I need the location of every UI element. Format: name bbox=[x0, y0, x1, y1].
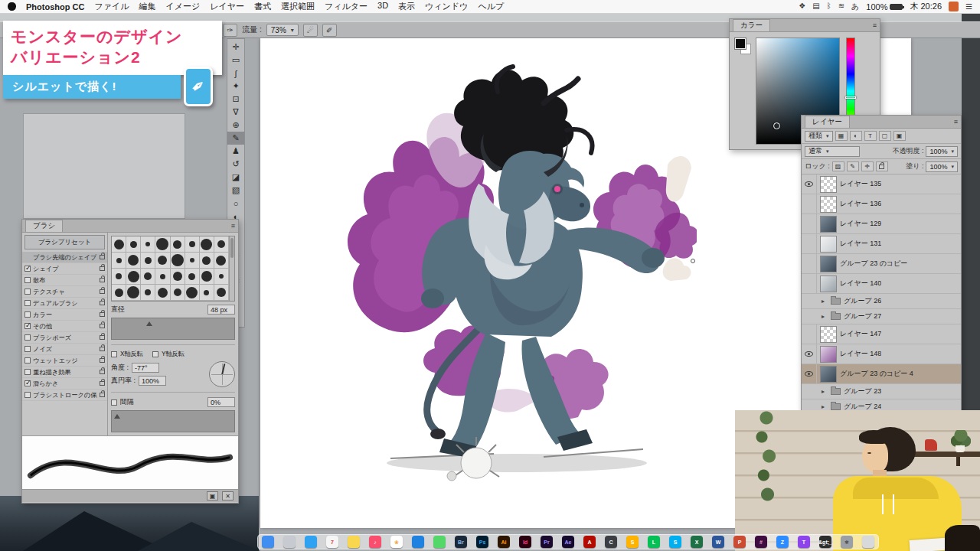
eyedropper-tool[interactable]: ∇ bbox=[227, 106, 244, 119]
color-panel-tab[interactable]: カラー bbox=[733, 19, 770, 31]
terminal[interactable]: &gt;_ bbox=[819, 536, 831, 548]
lock-position-icon[interactable] bbox=[861, 161, 874, 171]
brush-preset[interactable] bbox=[155, 236, 169, 252]
layer-row[interactable]: レイヤー 136 bbox=[802, 194, 961, 214]
brush-preset[interactable] bbox=[171, 285, 185, 300]
lock-icon[interactable] bbox=[100, 347, 105, 351]
roundness-value[interactable]: 100% bbox=[139, 376, 166, 386]
layer-name[interactable]: レイヤー 148 bbox=[840, 349, 881, 359]
group-disclosure-icon[interactable] bbox=[822, 388, 828, 395]
brush-preset[interactable] bbox=[171, 253, 185, 268]
checkbox[interactable] bbox=[24, 289, 31, 295]
spacing-slider[interactable] bbox=[111, 410, 235, 432]
filter-smart-icon[interactable] bbox=[893, 131, 906, 141]
user-avatar[interactable] bbox=[949, 2, 959, 11]
history-brush-tool[interactable]: ↺ bbox=[227, 158, 244, 171]
brush-preset[interactable] bbox=[171, 269, 185, 284]
brush-section-item[interactable]: テクスチャ bbox=[22, 286, 107, 298]
visibility-toggle[interactable] bbox=[802, 294, 817, 308]
brush-section-item[interactable]: その他 bbox=[22, 321, 107, 332]
menubar-clock[interactable]: 木 20:26 bbox=[910, 1, 942, 12]
launchpad[interactable] bbox=[283, 536, 296, 548]
filter-adjustment-icon[interactable] bbox=[850, 131, 862, 141]
group-disclosure-icon[interactable] bbox=[822, 313, 828, 320]
brush-section-item[interactable]: カラー bbox=[22, 309, 107, 321]
filter-pixel-icon[interactable] bbox=[835, 131, 848, 141]
airbrush-icon[interactable]: ☄ bbox=[303, 24, 318, 37]
visibility-toggle[interactable] bbox=[802, 174, 817, 194]
layer-name[interactable]: レイヤー 135 bbox=[840, 179, 881, 189]
layers-panel-tab[interactable]: レイヤー bbox=[805, 116, 850, 128]
extensions-icon[interactable]: ❖ bbox=[799, 2, 805, 12]
brush-preset[interactable] bbox=[200, 285, 214, 300]
brush-section-item[interactable]: ノイズ bbox=[22, 344, 107, 355]
powerpoint[interactable]: P bbox=[733, 536, 746, 548]
layer-name[interactable]: グループ 23 bbox=[844, 386, 881, 396]
layer-row[interactable]: グループ 26 bbox=[802, 294, 961, 309]
layer-row[interactable]: レイヤー 147 bbox=[802, 324, 961, 344]
brush-preset[interactable] bbox=[155, 269, 169, 284]
brush-section-item[interactable]: 散布 bbox=[22, 275, 107, 286]
mail[interactable] bbox=[412, 536, 424, 548]
illustrator[interactable]: Ai bbox=[498, 536, 510, 548]
menu-item[interactable]: 編集 bbox=[139, 1, 155, 12]
visibility-toggle[interactable] bbox=[802, 309, 817, 324]
flip-x-checkbox[interactable] bbox=[111, 351, 117, 357]
brush-preset[interactable] bbox=[171, 236, 185, 252]
menu-item[interactable]: 3D bbox=[377, 1, 388, 12]
lock-transparency-icon[interactable] bbox=[832, 161, 844, 171]
brush-section-item[interactable]: デュアルブラシ bbox=[22, 298, 107, 309]
visibility-toggle[interactable] bbox=[802, 364, 817, 383]
slider-handle[interactable] bbox=[146, 321, 152, 326]
layer-name[interactable]: レイヤー 136 bbox=[840, 199, 881, 209]
brush-preset[interactable] bbox=[112, 236, 126, 252]
visibility-toggle[interactable] bbox=[802, 324, 817, 344]
notification-center-icon[interactable]: ☰ bbox=[965, 2, 972, 11]
checkbox[interactable] bbox=[24, 277, 31, 283]
size-value[interactable]: 48 px bbox=[207, 305, 235, 315]
menu-item[interactable]: ヘルプ bbox=[478, 1, 504, 12]
brush-presets-button[interactable]: ブラシプリセット bbox=[24, 235, 105, 249]
layer-row[interactable]: グループ 23 のコピー bbox=[802, 254, 961, 274]
marquee-tool[interactable]: ▭ bbox=[227, 54, 244, 67]
layer-name[interactable]: グループ 26 bbox=[844, 296, 881, 306]
flip-y-checkbox[interactable] bbox=[152, 351, 158, 357]
brush-preset[interactable] bbox=[200, 236, 214, 252]
magic-wand-tool[interactable]: ✦ bbox=[227, 80, 244, 93]
visibility-toggle[interactable] bbox=[802, 234, 817, 253]
line[interactable]: L bbox=[648, 536, 660, 548]
menu-item[interactable]: 表示 bbox=[398, 1, 415, 12]
brush-preset[interactable] bbox=[155, 253, 169, 268]
brush-preset[interactable] bbox=[214, 285, 228, 300]
gradient-tool[interactable]: ▧ bbox=[227, 184, 244, 197]
brush-preset[interactable] bbox=[141, 236, 155, 252]
layer-row[interactable]: グループ 23 bbox=[802, 384, 961, 399]
brush-preset[interactable] bbox=[126, 269, 140, 284]
spacing-checkbox[interactable] bbox=[111, 399, 117, 406]
brush-preset[interactable] bbox=[214, 253, 228, 268]
brush-preset[interactable] bbox=[214, 236, 228, 252]
twitch[interactable]: T bbox=[798, 536, 810, 548]
brush-tool[interactable]: ✎ bbox=[227, 132, 244, 145]
excel[interactable]: X bbox=[691, 536, 703, 548]
angle-dial[interactable] bbox=[209, 361, 235, 387]
brush-preset[interactable] bbox=[141, 269, 155, 284]
slack[interactable]: # bbox=[755, 536, 767, 548]
color-cursor[interactable] bbox=[773, 122, 780, 129]
layer-name[interactable]: レイヤー 140 bbox=[840, 279, 881, 289]
lock-icon[interactable] bbox=[100, 301, 105, 305]
calendar[interactable]: 7 bbox=[326, 536, 338, 548]
brush-preset[interactable] bbox=[155, 285, 169, 300]
checkbox[interactable] bbox=[24, 346, 31, 352]
layer-opacity-select[interactable]: 100% bbox=[926, 146, 958, 157]
menu-item[interactable]: 選択範囲 bbox=[281, 1, 315, 12]
layer-name[interactable]: グループ 23 のコピー 4 bbox=[840, 369, 913, 379]
music[interactable]: ♪ bbox=[369, 536, 381, 548]
finder[interactable] bbox=[262, 536, 274, 548]
brush-preset[interactable] bbox=[112, 285, 126, 300]
bridge[interactable]: Br bbox=[455, 536, 467, 548]
healing-brush-tool[interactable]: ⊕ bbox=[227, 119, 244, 132]
brush-panel-tab[interactable]: ブラシ bbox=[25, 220, 63, 232]
premiere[interactable]: Pr bbox=[541, 536, 553, 548]
pressure-size-icon[interactable]: ✐ bbox=[322, 24, 337, 37]
